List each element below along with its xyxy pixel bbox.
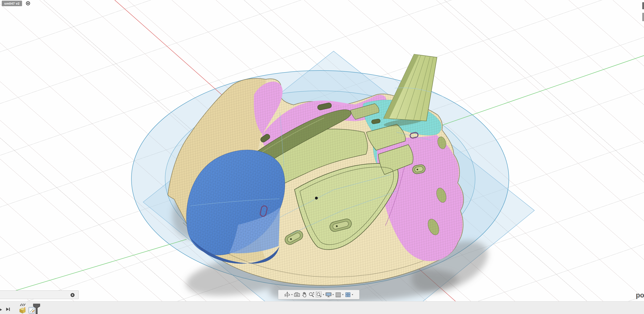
origin-dot[interactable] [315,197,318,200]
watermark-text: poly [636,291,644,299]
skip-to-end-icon[interactable] [6,308,10,312]
viewports-icon [344,291,351,298]
zoom-button[interactable] [308,291,315,298]
chevron-down-icon[interactable]: ▼ [291,294,293,296]
fit-icon [316,291,322,298]
grid-snaps-icon [335,291,342,298]
form-feature-icon[interactable] [19,307,26,314]
viewports-button[interactable]: ▼ [344,291,354,298]
chevron-down-icon[interactable]: ▼ [332,294,334,296]
circle-plus-icon[interactable] [70,293,75,298]
model-scene[interactable] [0,0,644,314]
display-settings-icon [325,291,332,298]
timeline-playhead[interactable] [33,304,40,314]
clipped-edge-element-2 [642,13,644,21]
pan-button[interactable] [301,291,308,298]
chevron-down-icon[interactable]: ▼ [342,294,344,296]
look-at-button[interactable] [294,291,300,298]
play-icon[interactable] [0,308,2,313]
orbit-button[interactable]: ▼ [284,291,293,298]
clipped-edge-element [642,2,644,9]
navigation-toolbar: ▼ [278,290,359,299]
display-settings-button[interactable]: ▼ [325,291,334,298]
look-at-icon [294,291,300,298]
document-name-badge: sm047 v2 [2,1,22,6]
viewport-canvas[interactable]: sm047 v2 ▼ [0,0,644,314]
orbit-icon [284,291,290,298]
zoom-icon [308,291,315,298]
chevron-down-icon[interactable]: ▼ [322,294,324,296]
grid-snaps-button[interactable]: ▼ [335,291,344,298]
timeline-bar [0,301,644,314]
fit-button[interactable]: ▼ [315,291,325,298]
pan-icon [301,291,308,298]
mini-bar[interactable] [0,291,79,299]
record-icon[interactable] [25,0,31,7]
chevron-down-icon[interactable]: ▼ [352,294,354,296]
